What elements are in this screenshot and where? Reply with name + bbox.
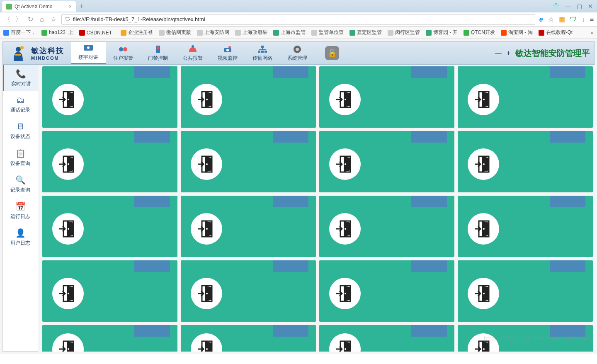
app-add-button[interactable]: +: [507, 49, 510, 57]
sidebar-item-3[interactable]: 📋设备查询: [3, 144, 38, 171]
favorite-button[interactable]: ☆: [50, 15, 57, 23]
door-card[interactable]: [319, 196, 454, 257]
apps-icon[interactable]: ▦: [559, 15, 565, 23]
door-card[interactable]: [181, 196, 316, 257]
door-card[interactable]: [319, 260, 454, 322]
svg-point-48: [206, 293, 208, 294]
door-card[interactable]: [181, 131, 316, 192]
bookmark-item[interactable]: 企业注册登: [121, 29, 153, 36]
address-bar-actions: e ☆ ▦ 🛡 ↓ ≡: [539, 15, 594, 23]
door-card[interactable]: [42, 325, 177, 352]
home-button[interactable]: ⌂: [38, 16, 46, 23]
reload-button[interactable]: ↻: [27, 15, 34, 23]
close-button[interactable]: ✕: [588, 3, 593, 10]
lock-icon[interactable]: 🔓: [325, 46, 339, 60]
bookmark-item[interactable]: 闵行区监管: [388, 29, 420, 36]
app-minimize-button[interactable]: —: [495, 49, 502, 57]
bookmarks-overflow[interactable]: »: [591, 30, 594, 36]
top-tab-6[interactable]: 系统管理: [280, 42, 315, 64]
door-icon: [52, 278, 84, 309]
ie-mode-icon[interactable]: e: [539, 16, 543, 23]
bookmark-item[interactable]: 在线教程-Qt: [539, 29, 573, 36]
sidebar-label: 运行日志: [10, 213, 30, 220]
bookmark-label: 百度一下，: [11, 29, 36, 36]
sidebar-item-6[interactable]: 👤用户日志: [3, 224, 38, 250]
sidebar-item-2[interactable]: 🖥设备状态: [3, 118, 38, 144]
back-button[interactable]: 〈: [3, 15, 11, 24]
door-card[interactable]: [458, 196, 593, 257]
top-tab-2[interactable]: 门禁控制: [141, 42, 175, 64]
bookmark-item[interactable]: 嘉定区监管: [349, 29, 382, 36]
svg-point-54: [68, 348, 69, 350]
forward-button[interactable]: 〉: [15, 15, 22, 24]
top-tab-5[interactable]: 传输网络: [245, 42, 280, 64]
door-card[interactable]: [42, 131, 177, 192]
door-card[interactable]: [42, 196, 177, 257]
svg-rect-13: [261, 46, 264, 48]
door-icon: [468, 84, 499, 115]
new-tab-button[interactable]: +: [76, 2, 87, 11]
door-card[interactable]: [319, 325, 454, 352]
door-card[interactable]: [319, 66, 454, 128]
top-tab-3[interactable]: 公共报警: [175, 42, 210, 64]
adblock-icon[interactable]: 🛡: [570, 16, 577, 23]
maximize-button[interactable]: ▢: [577, 3, 582, 10]
card-tab: [411, 66, 447, 78]
star-icon[interactable]: ☆: [548, 15, 554, 23]
bookmark-item[interactable]: 上海市监管: [273, 29, 306, 36]
bookmark-item[interactable]: 微信网页版: [159, 29, 191, 36]
download-icon[interactable]: ↓: [582, 16, 585, 23]
bookmark-item[interactable]: CSDN.NET -: [79, 30, 115, 36]
door-card[interactable]: [458, 325, 593, 352]
door-card[interactable]: [458, 260, 593, 322]
tab-close-icon[interactable]: ×: [69, 4, 72, 10]
url-input[interactable]: 🛡 file:///F:/build-TB-desk5_7_1-Release/…: [61, 14, 535, 25]
sidebar-item-4[interactable]: 🔍记录查询: [3, 171, 38, 197]
address-bar: 〈 〉 ↻ ⌂ ☆ 🛡 file:///F:/build-TB-desk5_7_…: [0, 12, 597, 27]
shield-icon: 🛡: [65, 16, 70, 22]
bookmark-label: 淘宝网 - 淘: [508, 29, 533, 36]
tshirt-icon[interactable]: 👕: [552, 3, 559, 10]
door-card[interactable]: [181, 260, 316, 322]
sidebar-item-5[interactable]: 📅运行日志: [3, 197, 38, 224]
bookmark-label: 企业注册登: [128, 29, 153, 36]
bookmark-label: 博客园 - 开: [433, 29, 458, 36]
bookmark-item[interactable]: 百度一下，: [3, 29, 36, 36]
card-tab: [550, 196, 585, 207]
card-tab: [550, 325, 585, 337]
top-tab-1[interactable]: 住户报警: [106, 42, 141, 64]
top-tab-label: 公共报警: [183, 55, 203, 62]
door-card[interactable]: [42, 66, 177, 128]
browser-tab[interactable]: Qt ActiveX Demo ×: [2, 1, 76, 12]
header-right: — + 敏达智能安防管理平: [495, 48, 594, 59]
door-card[interactable]: [181, 66, 316, 128]
svg-rect-16: [258, 51, 260, 53]
bookmark-item[interactable]: 监管单位查: [311, 29, 344, 36]
menu-icon[interactable]: ≡: [590, 16, 594, 23]
sidebar-item-1[interactable]: 🗂通话记录: [3, 91, 38, 118]
door-card[interactable]: [42, 260, 177, 322]
top-tabs: 楼宇对讲住户报警门禁控制公共报警视频监控传输网络系统管理: [71, 42, 315, 64]
top-tab-0[interactable]: 楼宇对讲: [71, 42, 106, 64]
bookmark-label: 嘉定区监管: [357, 29, 382, 36]
bookmark-item[interactable]: QTCN开发: [464, 29, 495, 36]
door-card[interactable]: [458, 131, 593, 192]
card-tab: [273, 260, 308, 272]
svg-point-11: [226, 49, 229, 51]
minimize-button[interactable]: —: [565, 3, 571, 10]
door-card[interactable]: [181, 325, 316, 352]
top-tab-4[interactable]: 视频监控: [210, 42, 245, 64]
door-card[interactable]: [458, 66, 593, 128]
top-tab-icon: [118, 45, 129, 54]
sidebar-item-0[interactable]: 📞实时对讲: [3, 65, 38, 91]
bookmark-item[interactable]: hao123_上: [41, 29, 73, 36]
bookmark-item[interactable]: 淘宝网 - 淘: [501, 29, 533, 36]
window-controls: 👕 — ▢ ✕: [552, 3, 597, 10]
bookmark-item[interactable]: 博客园 - 开: [426, 29, 458, 36]
bookmark-item[interactable]: 上海安防网: [197, 29, 229, 36]
top-tab-icon: [153, 45, 163, 54]
card-tab: [134, 260, 170, 272]
door-icon: [329, 278, 361, 309]
bookmark-item[interactable]: 上海政府采: [235, 29, 267, 36]
door-card[interactable]: [319, 131, 454, 192]
